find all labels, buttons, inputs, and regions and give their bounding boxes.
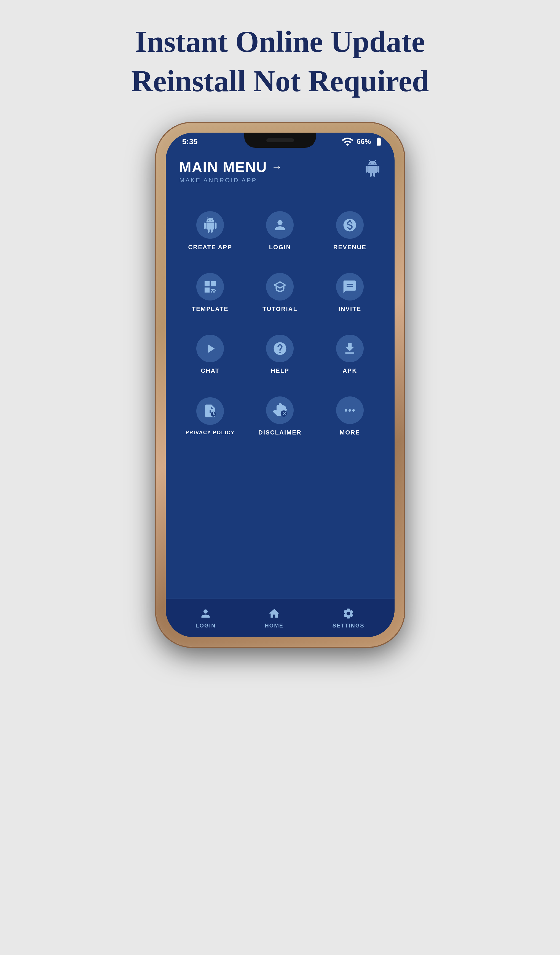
menu-item-invite[interactable]: INVITE	[316, 266, 383, 319]
bottom-nav: LOGIN HOME SETTINGS	[166, 598, 394, 637]
menu-item-login[interactable]: LOGIN	[247, 204, 313, 258]
header-subtitle: MAKE ANDROID APP	[180, 177, 283, 184]
play-icon	[203, 341, 218, 356]
headline-line2: Reinstall Not Required	[131, 61, 429, 101]
revenue-label: REVENUE	[333, 244, 366, 251]
invite-label: INVITE	[338, 305, 361, 313]
header-arrow: →	[271, 161, 283, 174]
download-icon	[342, 341, 357, 356]
graduation-icon	[272, 279, 288, 294]
privacy-icon	[203, 403, 218, 418]
menu-item-tutorial[interactable]: TUTORIAL	[247, 266, 313, 319]
android-logo-icon	[364, 160, 381, 180]
menu-item-disclaimer[interactable]: ✕ DISCLAIMER	[247, 390, 313, 443]
nav-home-icon	[268, 607, 280, 620]
nav-person-icon	[199, 607, 212, 620]
phone-screen: 5:35 66% MAIN MENU	[166, 133, 394, 637]
more-label: MORE	[340, 429, 360, 436]
nav-settings-label: SETTINGS	[333, 623, 364, 629]
help-icon-bg	[266, 335, 294, 362]
phone-mockup: 5:35 66% MAIN MENU	[156, 123, 404, 647]
menu-item-template[interactable]: TEMPLATE	[177, 266, 244, 319]
menu-item-privacy-policy[interactable]: PRIVACY POLICY	[177, 390, 244, 443]
apk-icon-bg	[336, 335, 364, 362]
battery-text: 66%	[357, 137, 371, 146]
status-time: 5:35	[177, 137, 198, 146]
login-icon-bg	[266, 211, 294, 239]
dots-icon	[342, 403, 357, 418]
tutorial-icon-bg	[266, 273, 294, 301]
login-label: LOGIN	[269, 244, 291, 251]
battery-icon	[374, 137, 383, 146]
signal-icon	[341, 135, 354, 148]
dollar-icon	[342, 218, 357, 233]
hand-stop-icon: ✕	[272, 403, 288, 418]
template-label: TEMPLATE	[192, 305, 228, 313]
page-title: Instant Online Update Reinstall Not Requ…	[131, 22, 429, 101]
question-icon	[272, 341, 288, 356]
nav-home-label: HOME	[265, 623, 283, 629]
chat-label: CHAT	[201, 367, 219, 374]
template-icon	[203, 279, 218, 294]
phone-shell: 5:35 66% MAIN MENU	[156, 123, 404, 647]
nav-settings[interactable]: SETTINGS	[333, 607, 364, 629]
app-header: MAIN MENU → MAKE ANDROID APP	[166, 150, 394, 189]
menu-item-more[interactable]: MORE	[316, 390, 383, 443]
tutorial-label: TUTORIAL	[263, 305, 297, 313]
headline-line1: Instant Online Update	[131, 22, 429, 61]
nav-home[interactable]: HOME	[265, 607, 283, 629]
android-icon	[203, 218, 218, 233]
svg-text:✕: ✕	[282, 410, 286, 416]
menu-item-help[interactable]: HELP	[247, 328, 313, 381]
privacy-policy-label: PRIVACY POLICY	[186, 430, 235, 435]
help-label: HELP	[271, 367, 289, 374]
more-icon-bg	[336, 396, 364, 424]
menu-item-revenue[interactable]: REVENUE	[316, 204, 383, 258]
menu-item-apk[interactable]: APK	[316, 328, 383, 381]
disclaimer-label: DISCLAIMER	[258, 429, 302, 436]
menu-item-chat[interactable]: CHAT	[177, 328, 244, 381]
menu-grid: CREATE APP LOGIN	[166, 196, 394, 451]
chat-bubbles-icon	[342, 279, 357, 294]
apk-label: APK	[343, 367, 357, 374]
revenue-icon-bg	[336, 211, 364, 239]
header-left: MAIN MENU → MAKE ANDROID APP	[180, 159, 283, 184]
menu-item-create-app[interactable]: CREATE APP	[177, 204, 244, 258]
chat-icon-bg	[196, 335, 224, 362]
speaker	[266, 138, 294, 142]
create-app-label: CREATE APP	[188, 244, 232, 251]
disclaimer-icon-bg: ✕	[266, 396, 294, 424]
nav-login[interactable]: LOGIN	[196, 607, 216, 629]
phone-notch	[244, 133, 316, 148]
privacy-icon-bg	[196, 397, 224, 425]
template-icon-bg	[196, 273, 224, 301]
status-icons: 66%	[341, 135, 383, 148]
create-app-icon-bg	[196, 211, 224, 239]
person-icon	[272, 218, 288, 233]
nav-settings-icon	[342, 607, 355, 620]
header-title: MAIN MENU →	[180, 159, 283, 175]
nav-login-label: LOGIN	[196, 623, 216, 629]
invite-icon-bg	[336, 273, 364, 301]
